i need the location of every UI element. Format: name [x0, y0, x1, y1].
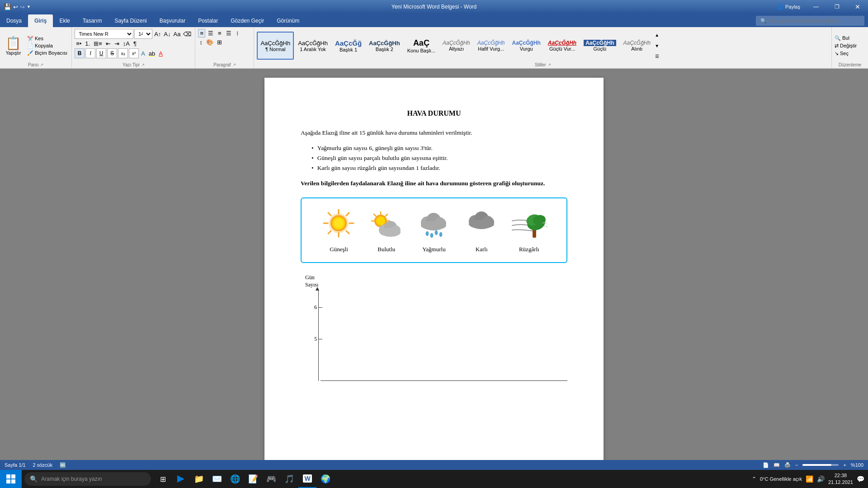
view-layout[interactable]: 🖨️	[784, 462, 791, 468]
sec-button[interactable]: ↘ Seç	[835, 51, 865, 56]
kopyala-button[interactable]: 📄 Kopyala	[26, 42, 69, 49]
column-break-button[interactable]: ⫶	[234, 29, 241, 38]
list-item: • Yağmurlu gün sayısı 6, güneşli gün say…	[311, 145, 567, 152]
rainy-label: Yağmurlu	[422, 246, 445, 253]
tab-ekle[interactable]: Ekle	[53, 14, 76, 27]
notification-button[interactable]: 💬	[857, 475, 864, 483]
font-name-select[interactable]: Times New R	[75, 29, 133, 39]
justify-button[interactable]: ☰	[224, 29, 233, 38]
multilevel-list-button[interactable]: ⊞≡	[92, 40, 104, 47]
bold-instruction: Verilen bilgilerden faydalanarak Elazığ …	[301, 179, 567, 188]
document-page[interactable]: HAVA DURUMU Aşağıda Elazığ iline ait 15 …	[264, 78, 604, 460]
bullet-list-button[interactable]: ≡•	[75, 40, 83, 47]
degistir-button[interactable]: ⇄ Değiştir	[835, 43, 865, 49]
zoom-slider[interactable]	[802, 464, 839, 466]
style-normal[interactable]: AaÇcĞğHh ¶ Normal	[257, 32, 294, 60]
underline-button[interactable]: U	[96, 48, 106, 58]
language-icon: 🔤	[60, 462, 66, 468]
taskbar-app6[interactable]: 📝	[244, 470, 262, 488]
style-altyazi[interactable]: AaÇcĞğHh Altyazı	[439, 32, 473, 60]
view-reading[interactable]: 📖	[774, 462, 780, 468]
view-normal[interactable]: 📄	[763, 462, 769, 468]
minimize-button[interactable]: —	[806, 0, 826, 14]
taskbar-explorer[interactable]: 📁	[190, 470, 208, 488]
style-heading2[interactable]: AaÇcĞğHh Başlık 2	[366, 32, 403, 60]
style-alinti[interactable]: AaÇcĞğHh Alıntı	[620, 32, 654, 60]
search-input[interactable]	[769, 18, 860, 23]
zoom-in-button[interactable]: +	[843, 462, 846, 468]
clear-format-button[interactable]: ⌫	[182, 30, 192, 38]
yapistir-button[interactable]: 📋 Yapıştır	[3, 29, 24, 62]
tab-sayfa-duzeni[interactable]: Sayfa Düzeni	[108, 14, 153, 27]
search-bar[interactable]: 🔍	[756, 16, 864, 26]
save-icon[interactable]: 💾	[4, 3, 11, 10]
style-no-space[interactable]: AaÇcĞğHh 1 Aralık Yok	[295, 32, 331, 60]
tab-dosya[interactable]: Dosya	[0, 14, 28, 27]
superscript-button[interactable]: x²	[129, 48, 139, 58]
bicim-boyacisi-button[interactable]: 🖌️ Biçim Boyacısı	[26, 50, 69, 56]
numbered-list-button[interactable]: 1.	[84, 40, 91, 47]
svg-rect-55	[11, 479, 15, 483]
styles-more[interactable]: ☰	[655, 54, 659, 59]
taskbar-app7[interactable]: 🎮	[262, 470, 280, 488]
task-view-button[interactable]: ⊞	[154, 470, 172, 488]
font-grow-button[interactable]: A↑	[153, 30, 162, 38]
style-guclu[interactable]: AaÇcĞğHh Güçlü	[580, 32, 619, 60]
align-left-button[interactable]: ≡	[198, 29, 205, 38]
styles-scroll-up[interactable]: ▲	[655, 33, 659, 38]
qat-dropdown[interactable]: ▼	[27, 5, 31, 9]
taskbar-search[interactable]: 🔍 Aramak için buraya yazın	[24, 472, 151, 486]
subscript-button[interactable]: x₂	[118, 48, 128, 58]
start-button[interactable]	[0, 470, 22, 488]
taskbar-word[interactable]: W	[298, 470, 316, 488]
shading-button[interactable]: 🎨	[205, 38, 215, 46]
taskbar-chrome[interactable]: 🌐	[226, 470, 244, 488]
sort-button[interactable]: ↕A	[122, 40, 131, 47]
style-hafif-vurgu[interactable]: AaÇcĞğHh Hafif Vurg...	[474, 32, 508, 60]
yazitipi-group: Times New R 14 A↑ A↓ Aa ⌫ ≡• 1. ⊞≡ ⇤ ⇥ ↕…	[72, 27, 195, 68]
strikethrough-button[interactable]: S	[107, 48, 117, 58]
tray-icons[interactable]: ⌃	[752, 476, 756, 482]
line-spacing-button[interactable]: ↕	[198, 38, 204, 46]
kes-button[interactable]: ✂️ Kes	[26, 35, 69, 42]
font-shrink-button[interactable]: A↓	[163, 30, 171, 38]
italic-button[interactable]: I	[85, 48, 95, 58]
taskbar-edge[interactable]	[172, 470, 190, 488]
align-right-button[interactable]: ≡	[216, 29, 223, 38]
decrease-indent-button[interactable]: ⇤	[104, 40, 112, 47]
tab-gorunum[interactable]: Görünüm	[270, 14, 306, 27]
maximize-button[interactable]: ❐	[826, 0, 847, 14]
zoom-out-button[interactable]: −	[795, 462, 798, 468]
tab-giris[interactable]: Giriş	[28, 14, 53, 27]
taskbar-app8[interactable]: 🎵	[280, 470, 298, 488]
align-center-button[interactable]: ☰	[206, 29, 215, 38]
bul-button[interactable]: 🔍 Bul	[835, 35, 865, 41]
tab-basvurular[interactable]: Başvurular	[153, 14, 192, 27]
redo-icon[interactable]: ↪	[20, 4, 25, 10]
font-size-select[interactable]: 14	[134, 29, 152, 39]
share-button[interactable]: 👤Paylaş	[772, 4, 806, 10]
font-color-button[interactable]: A	[157, 50, 164, 57]
taskbar-mail[interactable]: ✉️	[208, 470, 226, 488]
tray-sound[interactable]: 🔊	[817, 475, 825, 483]
tab-tasarim[interactable]: Tasarım	[76, 14, 108, 27]
tab-gozden-gecir[interactable]: Gözden Geçir	[224, 14, 270, 27]
styles-scroll-down[interactable]: ▼	[655, 43, 659, 48]
tray-network[interactable]: 📶	[806, 475, 813, 483]
text-highlight-button[interactable]: ab	[147, 50, 156, 57]
taskbar-app9[interactable]: 🌍	[316, 470, 335, 488]
text-effects-button[interactable]: A	[140, 50, 146, 57]
style-vurgu[interactable]: AaÇcĞğHh Vurgu	[509, 32, 543, 60]
show-formatting-button[interactable]: ¶	[132, 40, 138, 47]
style-guclu-vurgu[interactable]: AaÇcĞğHh Güçlü Vur...	[545, 32, 580, 60]
tab-postalar[interactable]: Postalar	[192, 14, 224, 27]
increase-indent-button[interactable]: ⇥	[113, 40, 121, 47]
bold-button[interactable]: B	[75, 48, 85, 58]
close-button[interactable]: ✕	[847, 0, 868, 14]
style-heading1[interactable]: AaÇcĞğ Başlık 1	[332, 32, 365, 60]
change-case-button[interactable]: Aa	[172, 30, 181, 38]
style-konu-basli[interactable]: AaÇ Konu Başlı...	[404, 32, 439, 60]
undo-icon[interactable]: ↩	[13, 4, 18, 10]
clock[interactable]: 22:38 21.12.2021	[828, 472, 853, 486]
borders-button[interactable]: ⊞	[216, 38, 223, 46]
